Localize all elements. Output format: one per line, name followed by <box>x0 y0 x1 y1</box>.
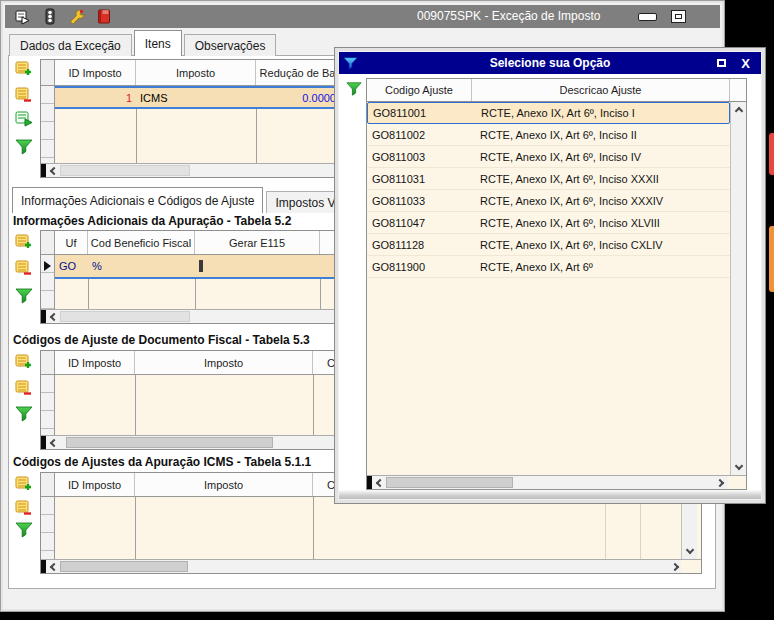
dialog-row[interactable]: GO811128 RCTE, Anexo IX, Art 6º, Inciso … <box>367 234 730 256</box>
scroll-left-arrow[interactable] <box>372 476 386 489</box>
cell-reducao[interactable]: 0.0000 <box>256 92 340 104</box>
add-record-icon <box>15 233 33 251</box>
tab-observacoes[interactable]: Observações <box>184 34 277 56</box>
delete-record-button-grid3[interactable] <box>14 379 34 399</box>
traffic-light-icon[interactable] <box>41 8 59 26</box>
dialog-row-selected[interactable]: GO811001 RCTE, Anexo IX, Art 6º, Inciso … <box>367 102 730 124</box>
add-record-button-grid3[interactable] <box>14 353 34 373</box>
col-header-reducao[interactable]: Redução de Ba <box>256 60 340 85</box>
col-header-imposto[interactable]: Imposto <box>135 351 313 374</box>
dialog-vscrollbar[interactable] <box>730 102 746 475</box>
cell-descricao[interactable]: RCTE, Anexo IX, Art 6º, Inciso XLVIII <box>472 217 730 229</box>
cell-codigo[interactable]: GO811128 <box>367 239 472 251</box>
cell-codigo[interactable]: GO811900 <box>367 261 472 273</box>
cell-codigo[interactable]: GO811003 <box>367 151 472 163</box>
dialog-hscrollbar[interactable] <box>367 475 746 489</box>
cell-codigo[interactable]: GO811002 <box>367 129 472 141</box>
chevron-left-icon <box>50 438 58 446</box>
dialog-filter-button[interactable] <box>345 81 363 97</box>
chevron-left-icon <box>50 312 58 320</box>
col-header-uf[interactable]: Uf <box>55 231 88 254</box>
post-record-button-grid1[interactable] <box>14 110 34 130</box>
dialog-row[interactable]: GO811900 RCTE, Anexo IX, Art 6º <box>367 256 730 278</box>
filter-button-grid3[interactable] <box>14 405 34 425</box>
cell-codigo[interactable]: GO811033 <box>367 195 472 207</box>
cell-id-imposto[interactable]: 1 <box>55 92 136 104</box>
row-indicator-header <box>41 351 55 374</box>
export-form-icon[interactable] <box>14 8 32 26</box>
add-record-icon <box>15 60 33 78</box>
delete-record-button-grid1[interactable] <box>14 86 34 106</box>
scrollbar-thumb[interactable] <box>66 437 273 448</box>
dialog-maximize-button[interactable] <box>714 56 729 70</box>
filter-funnel-icon <box>15 138 33 156</box>
filter-button-grid1[interactable] <box>14 138 34 158</box>
cell-codigo[interactable]: GO811001 <box>368 107 473 119</box>
dialog-row[interactable]: GO811031 RCTE, Anexo IX, Art 6º, Inciso … <box>367 168 730 190</box>
tab-dados-da-excecao[interactable]: Dados da Exceção <box>9 34 132 56</box>
scrollbar-thumb[interactable] <box>60 311 190 322</box>
minimize-button[interactable] <box>638 13 657 21</box>
current-row-arrow-icon <box>44 261 51 271</box>
scroll-right-arrow[interactable] <box>714 476 728 489</box>
cell-descricao[interactable]: RCTE, Anexo IX, Art 6º, Inciso II <box>472 129 730 141</box>
add-record-button-grid4[interactable] <box>14 475 34 495</box>
cell-uf[interactable]: GO <box>55 260 88 272</box>
col-header-imposto[interactable]: Imposto <box>135 473 313 496</box>
cell-cod-beneficio[interactable]: % <box>88 260 195 272</box>
col-header-imposto[interactable]: Imposto <box>136 60 256 85</box>
filter-button-grid4[interactable] <box>14 521 34 541</box>
dialog-titlebar[interactable]: Selecione sua Opção X <box>339 52 761 74</box>
maximize-button[interactable] <box>671 10 686 23</box>
tab-itens[interactable]: Itens <box>134 30 182 56</box>
cell-codigo[interactable]: GO811047 <box>367 217 472 229</box>
cell-descricao[interactable]: RCTE, Anexo IX, Art 6º, Inciso XXXIV <box>472 195 730 207</box>
scrollbar-thumb[interactable] <box>60 561 188 572</box>
gerar-e115-checkbox[interactable] <box>199 260 203 272</box>
scroll-down-arrow[interactable] <box>682 544 697 559</box>
book-icon[interactable] <box>95 8 113 26</box>
cell-imposto[interactable]: ICMS <box>136 92 256 104</box>
dialog-close-button[interactable]: X <box>738 56 753 70</box>
scrollbar-thumb[interactable] <box>386 477 513 488</box>
scroll-left-arrow[interactable] <box>46 310 60 323</box>
delete-record-button-grid2[interactable] <box>14 259 34 279</box>
maximize-glyph <box>717 59 726 67</box>
filter-button-grid2[interactable] <box>14 287 34 307</box>
scroll-down-arrow[interactable] <box>731 460 746 475</box>
add-record-button-grid1[interactable] <box>14 60 34 80</box>
cell-descricao[interactable]: RCTE, Anexo IX, Art 6º, Inciso XXXII <box>472 173 730 185</box>
cell-descricao[interactable]: RCTE, Anexo IX, Art 6º <box>472 261 730 273</box>
cell-gerar-e115 <box>195 260 320 272</box>
col-header-cod-beneficio[interactable]: Cod Beneficio Fiscal <box>88 231 195 254</box>
scrollbar-corner <box>681 560 701 573</box>
scroll-left-arrow[interactable] <box>46 560 60 573</box>
col-header-id-imposto[interactable]: ID Imposto <box>55 60 136 85</box>
dialog-title: Selecione sua Opção <box>339 56 761 70</box>
tab-informacoes-adicionais[interactable]: Informações Adicionais e Códigos de Ajus… <box>12 187 263 213</box>
col-header-id-imposto[interactable]: ID Imposto <box>55 351 135 374</box>
wrench-icon[interactable] <box>68 8 86 26</box>
dialog-row[interactable]: GO811002 RCTE, Anexo IX, Art 6º, Inciso … <box>367 124 730 146</box>
delete-record-button-grid4[interactable] <box>14 499 34 519</box>
col-header-descricao-ajuste[interactable]: Descricao Ajuste <box>472 79 730 101</box>
header-scroll-gap <box>730 79 746 101</box>
grid-tabela511-vscrollbar[interactable] <box>681 497 697 559</box>
cell-descricao[interactable]: RCTE, Anexo IX, Art 6º, Inciso IV <box>472 151 730 163</box>
grid-tabela511-hscrollbar[interactable] <box>41 559 701 573</box>
add-record-button-grid2[interactable] <box>14 233 34 253</box>
scroll-up-arrow[interactable] <box>731 102 746 117</box>
scroll-left-arrow[interactable] <box>46 164 60 177</box>
cell-descricao[interactable]: RCTE, Anexo IX, Art 6º, Inciso CXLIV <box>472 239 730 251</box>
cell-descricao[interactable]: RCTE, Anexo IX, Art 6º, Inciso I <box>473 107 729 119</box>
col-header-codigo-ajuste[interactable]: Codigo Ajuste <box>367 79 472 101</box>
dialog-row[interactable]: GO811003 RCTE, Anexo IX, Art 6º, Inciso … <box>367 146 730 168</box>
scrollbar-thumb[interactable] <box>60 165 190 176</box>
scroll-left-arrow[interactable] <box>46 436 60 449</box>
col-header-gerar-e115[interactable]: Gerar E115 <box>195 231 320 254</box>
dialog-row[interactable]: GO811033 RCTE, Anexo IX, Art 6º, Inciso … <box>367 190 730 212</box>
dialog-row[interactable]: GO811047 RCTE, Anexo IX, Art 6º, Inciso … <box>367 212 730 234</box>
col-header-id-imposto[interactable]: ID Imposto <box>55 473 135 496</box>
main-titlebar[interactable]: 009075SPK - Exceção de Imposto <box>5 5 720 28</box>
cell-codigo[interactable]: GO811031 <box>367 173 472 185</box>
